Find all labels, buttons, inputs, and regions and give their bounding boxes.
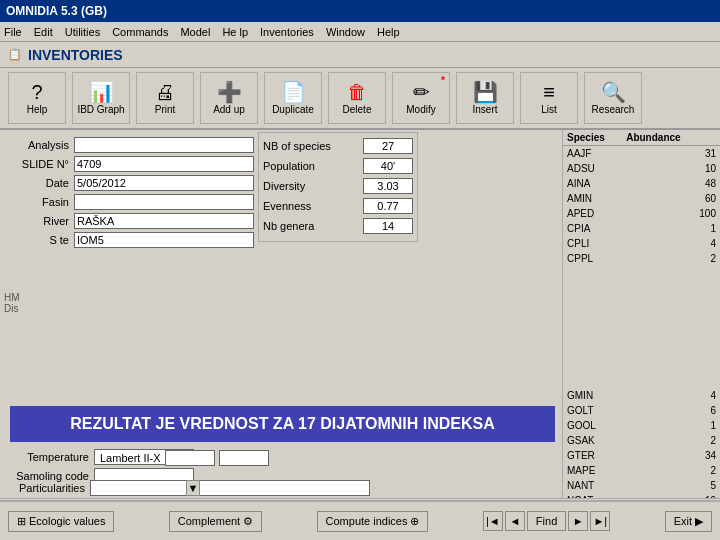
list-item[interactable]: CPLI4 <box>563 236 720 251</box>
inv-title: INVENTORIES <box>28 47 123 63</box>
nb-species-value: 27 <box>363 138 413 154</box>
river-label: River <box>4 215 74 227</box>
species-lower-panel[interactable]: GMIN4 GOLT6 GOOL1 GSAK2 GTER34 MAPE2 NAN… <box>562 388 720 498</box>
stats-panel: NB of species 27 Population 40' Diversit… <box>258 132 418 242</box>
lambert-label: Lambert II-X <box>100 452 161 464</box>
menu-inventories[interactable]: Inventories <box>260 26 314 38</box>
inventories-header: 📋 INVENTORIES <box>0 42 720 68</box>
date-label: Date <box>4 177 74 189</box>
site-label: S te <box>4 234 74 246</box>
list-item[interactable]: ADSU10 <box>563 161 720 176</box>
lambert-y-input[interactable] <box>219 450 269 466</box>
table-icon: ⊞ <box>17 515 26 528</box>
list-item[interactable]: CPPL2 <box>563 251 720 266</box>
delete-icon: 🗑 <box>347 82 367 102</box>
banner-text: REZULTAT JE VREDNOST ZA 17 DIJATOMNIH IN… <box>70 415 495 433</box>
date-input[interactable] <box>74 175 254 191</box>
menu-file[interactable]: File <box>4 26 22 38</box>
list-item[interactable]: AAJF31 <box>563 146 720 161</box>
lambert-section: Lambert II-X <box>100 450 269 466</box>
list-button[interactable]: ≡ List <box>520 72 578 124</box>
ibd-graph-button[interactable]: 📊 IBD Graph <box>72 72 130 124</box>
menu-window[interactable]: Window <box>326 26 365 38</box>
diversity-label: Diversity <box>263 180 305 192</box>
menu-edit[interactable]: Edit <box>34 26 53 38</box>
insert-button[interactable]: 💾 Insert <box>456 72 514 124</box>
menu-utilities[interactable]: Utilities <box>65 26 100 38</box>
help-label: Help <box>27 104 48 115</box>
duplicate-button[interactable]: 📄 Duplicate <box>264 72 322 124</box>
modify-button[interactable]: ✏ Modify * <box>392 72 450 124</box>
lambert-x-input[interactable] <box>165 450 215 466</box>
hm-label: HM Dis <box>0 290 24 316</box>
species-col-header: Species <box>567 132 605 143</box>
diversity-value: 3.03 <box>363 178 413 194</box>
particularities-section: Particularities ▼ <box>0 480 370 496</box>
insert-label: Insert <box>472 104 497 115</box>
particularities-input[interactable] <box>90 480 370 496</box>
list-item[interactable]: CPIA1 <box>563 221 720 236</box>
evenness-value: 0.77 <box>363 198 413 214</box>
basin-input[interactable] <box>74 194 254 210</box>
menu-help1[interactable]: He lp <box>222 26 248 38</box>
evenness-row: Evenness 0.77 <box>263 197 413 215</box>
analysis-input[interactable] <box>74 137 254 153</box>
nb-genera-label: Nb genera <box>263 220 314 232</box>
list-item[interactable]: APED100 <box>563 206 720 221</box>
population-value: 40' <box>363 158 413 174</box>
list-item[interactable]: GOLT6 <box>563 403 720 418</box>
menu-help2[interactable]: Help <box>377 26 400 38</box>
population-label: Population <box>263 160 315 172</box>
list-label: List <box>541 104 557 115</box>
list-item[interactable]: GOOL1 <box>563 418 720 433</box>
slide-input[interactable] <box>74 156 254 172</box>
help-button[interactable]: ? Help <box>8 72 66 124</box>
evenness-label: Evenness <box>263 200 311 212</box>
complement-label: Complement <box>178 515 240 527</box>
species-table[interactable]: AAJF31 ADSU10 AINA48 AMIN60 APED100 CPIA… <box>563 146 720 388</box>
help-icon: ? <box>31 82 42 102</box>
bottom-bar: ⊞ Ecologic values Complement ⚙ Compute i… <box>0 500 720 540</box>
menu-commands[interactable]: Commands <box>112 26 168 38</box>
find-button[interactable]: Find <box>527 511 566 531</box>
delete-button[interactable]: 🗑 Delete <box>328 72 386 124</box>
print-button[interactable]: 🖨 Print <box>136 72 194 124</box>
add-up-icon: ➕ <box>217 82 242 102</box>
list-item[interactable]: GMIN4 <box>563 388 720 403</box>
list-item[interactable]: NANT5 <box>563 478 720 493</box>
list-icon: ≡ <box>543 82 555 102</box>
research-button[interactable]: 🔍 Research <box>584 72 642 124</box>
ecologic-values-button[interactable]: ⊞ Ecologic values <box>8 511 114 532</box>
nb-species-row: NB of species 27 <box>263 137 413 155</box>
complement-button[interactable]: Complement ⚙ <box>169 511 262 532</box>
species-panel: Species Abundance AAJF31 ADSU10 AINA48 A… <box>562 130 720 388</box>
diversity-row: Diversity 3.03 <box>263 177 413 195</box>
list-item[interactable]: AINA48 <box>563 176 720 191</box>
delete-label: Delete <box>343 104 372 115</box>
menu-bar: File Edit Utilities Commands Model He lp… <box>0 22 720 42</box>
site-input[interactable] <box>74 232 254 248</box>
nb-species-label: NB of species <box>263 140 331 152</box>
exit-button[interactable]: Exit ▶ <box>665 511 712 532</box>
menu-model[interactable]: Model <box>180 26 210 38</box>
compute-indices-label: Compute indices <box>326 515 408 527</box>
list-item[interactable]: GSAK2 <box>563 433 720 448</box>
list-item[interactable]: MAPE2 <box>563 463 720 478</box>
research-icon: 🔍 <box>601 82 626 102</box>
nav-prev-button[interactable]: ◄ <box>505 511 525 531</box>
particularities-scroll[interactable]: ▼ <box>186 480 200 496</box>
nav-next-button[interactable]: ► <box>568 511 588 531</box>
add-up-button[interactable]: ➕ Add up <box>200 72 258 124</box>
compute-indices-button[interactable]: Compute indices ⊕ <box>317 511 429 532</box>
abundance-col-header: Abundance <box>626 132 680 143</box>
population-row: Population 40' <box>263 157 413 175</box>
insert-icon: 💾 <box>473 82 498 102</box>
find-label: Find <box>536 515 557 527</box>
river-input[interactable] <box>74 213 254 229</box>
list-item[interactable]: GTER34 <box>563 448 720 463</box>
duplicate-label: Duplicate <box>272 104 314 115</box>
nav-first-button[interactable]: |◄ <box>483 511 503 531</box>
nav-last-button[interactable]: ►| <box>590 511 610 531</box>
list-item[interactable]: AMIN60 <box>563 191 720 206</box>
slide-label: SLIDE N° <box>4 158 74 170</box>
